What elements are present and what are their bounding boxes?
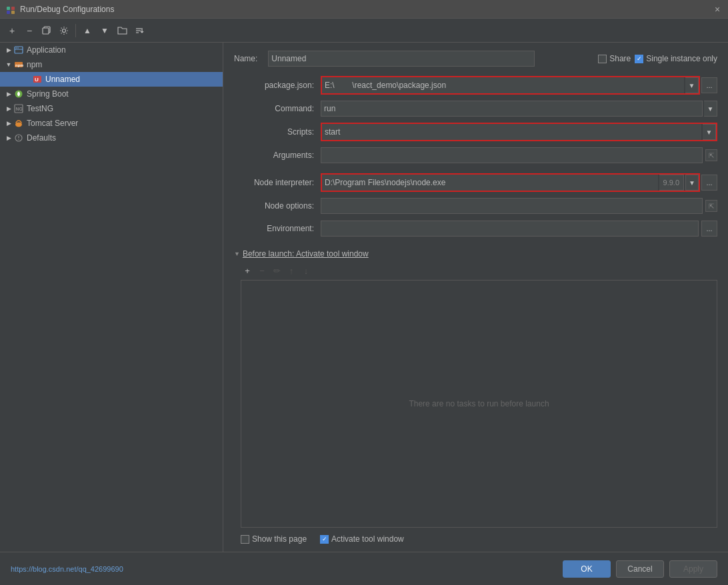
- tree-item-unnamed[interactable]: U Unnamed: [0, 72, 223, 87]
- before-launch-edit-button[interactable]: ✏: [270, 264, 283, 277]
- svg-rect-0: [7, 7, 10, 10]
- node-options-expand-button[interactable]: ⇱: [705, 200, 717, 212]
- before-launch-arrow: ▼: [234, 251, 240, 257]
- cancel-button[interactable]: Cancel: [616, 560, 664, 578]
- ok-button[interactable]: OK: [563, 560, 611, 578]
- arguments-row: Arguments: ⇱: [234, 147, 717, 164]
- settings-button[interactable]: [56, 23, 72, 39]
- arrow-npm: ▼: [4, 61, 13, 68]
- before-launch-area: There are no tasks to run before launch: [241, 280, 717, 528]
- environment-field: ...: [321, 221, 717, 237]
- arguments-expand-button[interactable]: ⇱: [705, 149, 717, 161]
- before-launch-toolbar: + − ✏ ↑ ↓: [241, 264, 717, 277]
- arguments-input[interactable]: [321, 147, 703, 163]
- single-instance-checkbox[interactable]: Single instance only: [635, 54, 717, 63]
- move-up-button[interactable]: ▲: [79, 23, 95, 39]
- command-row: Command: ▼: [234, 100, 717, 117]
- add-config-button[interactable]: +: [4, 23, 20, 39]
- defaults-icon: [13, 133, 24, 143]
- name-row: Name: Share Single instance only: [234, 51, 717, 67]
- bottom-checkboxes: Show this page Activate tool window: [241, 534, 717, 544]
- remove-config-button[interactable]: −: [21, 23, 37, 39]
- scripts-input[interactable]: [322, 124, 701, 140]
- tree-item-npm[interactable]: ▼ npm npm: [0, 57, 223, 72]
- copy-config-button[interactable]: [39, 23, 55, 39]
- main-content: ▶ Application ▼ npm: [0, 43, 728, 552]
- move-down-button[interactable]: ▼: [97, 23, 113, 39]
- tree-item-springboot[interactable]: ▶ Spring Boot: [0, 87, 223, 101]
- before-launch-header[interactable]: ▼ Before launch: Activate tool window: [234, 249, 717, 259]
- environment-more-button[interactable]: ...: [701, 221, 717, 237]
- title-bar: Run/Debug Configurations ×: [0, 0, 728, 19]
- package-json-more-button[interactable]: ...: [701, 77, 717, 93]
- scripts-dropdown[interactable]: ▼: [703, 124, 716, 140]
- scripts-field: ▼: [321, 123, 717, 141]
- springboot-icon: [13, 89, 24, 99]
- svg-rect-5: [43, 28, 49, 34]
- dialog-title: Run/Debug Configurations: [20, 5, 712, 14]
- sort-button[interactable]: [131, 23, 147, 39]
- node-version-badge: 9.9.0: [659, 175, 684, 191]
- environment-label: Environment:: [234, 224, 321, 233]
- before-launch-down-button[interactable]: ↓: [299, 264, 313, 277]
- node-interpreter-input[interactable]: [322, 175, 658, 191]
- arguments-label: Arguments:: [234, 151, 321, 160]
- svg-text:NG: NG: [16, 107, 23, 111]
- arrow-application: ▶: [4, 47, 13, 53]
- tree-item-tomcat[interactable]: ▶ Tomcat Server: [0, 116, 223, 131]
- arrow-defaults: ▶: [4, 135, 13, 141]
- checkbox-group: Share Single instance only: [598, 54, 717, 63]
- package-json-label: package.json:: [234, 81, 321, 90]
- scripts-row: Scripts: ▼: [234, 123, 717, 141]
- copy-icon: [42, 26, 51, 35]
- node-interpreter-dropdown[interactable]: ▼: [685, 175, 699, 191]
- config-form-panel: Name: Share Single instance only package…: [223, 43, 728, 552]
- node-interpreter-more-button[interactable]: ...: [701, 175, 717, 191]
- svg-point-12: [16, 47, 17, 49]
- node-options-input[interactable]: [321, 198, 703, 214]
- before-launch-up-button[interactable]: ↑: [285, 264, 298, 277]
- folder-button[interactable]: [114, 23, 130, 39]
- tomcat-icon: [13, 118, 24, 129]
- tree-label-application: Application: [27, 45, 66, 55]
- svg-point-24: [18, 139, 19, 140]
- package-json-field: ▼: [321, 76, 700, 95]
- tree-item-testng[interactable]: ▶ NG TestNG: [0, 101, 223, 116]
- name-input[interactable]: [268, 51, 535, 67]
- dialog-footer: https://blog.csdn.net/qq_42699690 OK Can…: [0, 552, 728, 585]
- apply-button[interactable]: Apply: [669, 560, 717, 578]
- node-interpreter-field: 9.9.0 ▼: [321, 173, 700, 192]
- activate-window-checkbox[interactable]: Activate tool window: [320, 534, 404, 544]
- node-interpreter-row: Node interpreter: 9.9.0 ▼ ...: [234, 173, 717, 192]
- show-page-checkbox-box: [241, 535, 249, 544]
- show-page-checkbox[interactable]: Show this page: [241, 534, 307, 544]
- svg-text:U: U: [35, 77, 39, 83]
- tree-item-application[interactable]: ▶ Application: [0, 43, 223, 57]
- run-debug-dialog: Run/Debug Configurations × + − ▲ ▼: [0, 0, 728, 585]
- close-button[interactable]: ×: [712, 4, 723, 15]
- dialog-icon: [5, 4, 16, 15]
- environment-input[interactable]: [321, 221, 699, 237]
- package-json-row: package.json: ▼ ...: [234, 76, 717, 95]
- tree-item-defaults[interactable]: ▶ Defaults: [0, 131, 223, 145]
- before-launch-add-button[interactable]: +: [241, 264, 254, 277]
- svg-point-6: [63, 29, 66, 32]
- svg-rect-10: [15, 47, 23, 53]
- unnamed-icon: U: [32, 74, 43, 85]
- command-input[interactable]: [321, 101, 703, 117]
- arrow-testng: ▶: [4, 105, 13, 112]
- tree-label-defaults: Defaults: [27, 133, 56, 143]
- scripts-label: Scripts:: [234, 127, 321, 137]
- share-checkbox-box: [598, 55, 607, 63]
- node-options-field: ⇱: [321, 198, 717, 214]
- config-tree-panel: ▶ Application ▼ npm: [0, 43, 223, 552]
- package-json-input[interactable]: [322, 77, 684, 93]
- footer-link[interactable]: https://blog.csdn.net/qq_42699690: [11, 565, 123, 573]
- package-json-dropdown[interactable]: ▼: [685, 77, 699, 93]
- share-checkbox[interactable]: Share: [598, 54, 631, 63]
- command-dropdown[interactable]: ▼: [704, 101, 717, 117]
- node-options-row: Node options: ⇱: [234, 197, 717, 215]
- before-launch-remove-button[interactable]: −: [255, 264, 269, 277]
- folder-icon: [117, 26, 127, 35]
- command-label: Command:: [234, 104, 321, 113]
